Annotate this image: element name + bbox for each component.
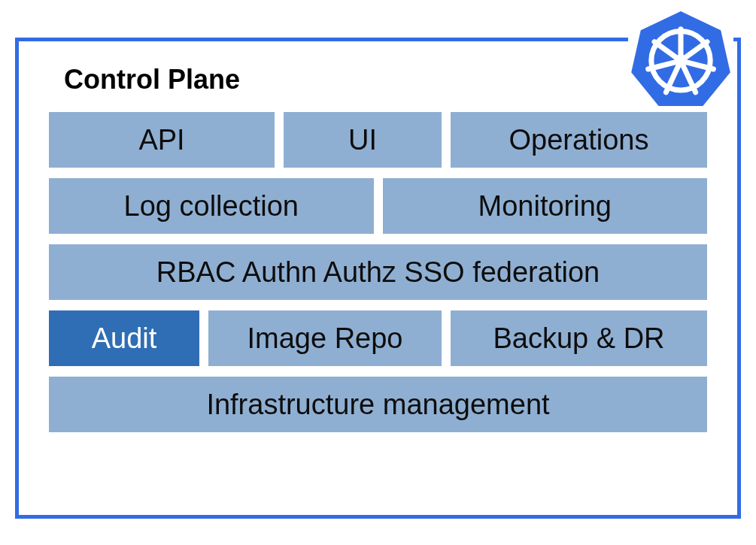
block-operations: Operations xyxy=(451,112,707,168)
row-3: RBAC Authn Authz SSO federation xyxy=(49,244,707,300)
block-monitoring: Monitoring xyxy=(383,178,708,234)
block-infra-mgmt: Infrastructure management xyxy=(49,377,707,432)
block-rbac-sso: RBAC Authn Authz SSO federation xyxy=(49,244,707,300)
block-audit: Audit xyxy=(49,310,199,366)
block-api: API xyxy=(49,112,275,168)
block-ui: UI xyxy=(284,112,442,168)
row-4: Audit Image Repo Backup & DR xyxy=(49,310,707,366)
block-image-repo: Image Repo xyxy=(208,310,442,366)
row-1: API UI Operations xyxy=(49,112,707,168)
kubernetes-logo-icon xyxy=(628,6,733,111)
row-2: Log collection Monitoring xyxy=(49,178,707,234)
row-5: Infrastructure management xyxy=(49,377,707,432)
block-backup-dr: Backup & DR xyxy=(451,310,707,366)
block-log-collection: Log collection xyxy=(49,178,374,234)
diagram-title: Control Plane xyxy=(64,64,707,95)
